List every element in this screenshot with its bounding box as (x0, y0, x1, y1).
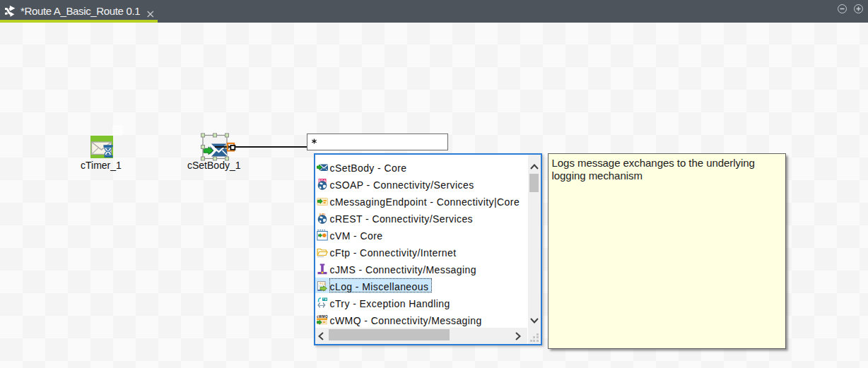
svg-text:TCL: TCL (319, 282, 327, 285)
svg-text:cWMQ: cWMQ (317, 315, 328, 319)
